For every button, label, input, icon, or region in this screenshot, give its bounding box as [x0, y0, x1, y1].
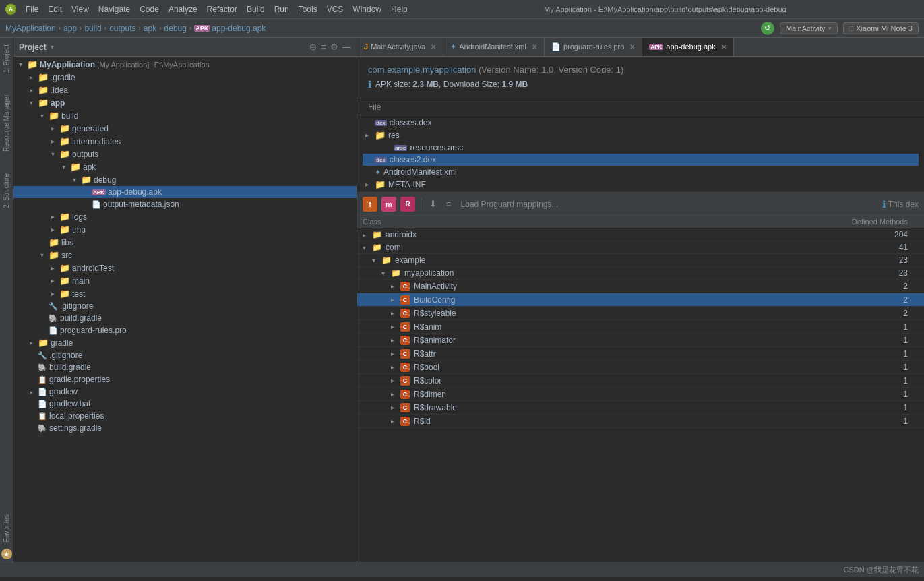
folder-icon-gradle2: 📁: [38, 338, 49, 348]
tree-item-libs[interactable]: 📁 libs: [13, 236, 357, 249]
tree-item-buildgradle-app[interactable]: 🐘 build.gradle: [13, 312, 357, 324]
tree-item-logs[interactable]: ▸ 📁 logs: [13, 210, 357, 223]
breadcrumb-debug[interactable]: debug: [164, 24, 187, 33]
breadcrumb-outputs[interactable]: outputs: [109, 24, 135, 33]
menu-help[interactable]: Help: [387, 3, 412, 16]
tree-item-myapplication[interactable]: ▾ 📁 MyApplication [My Application] E:\My…: [13, 58, 357, 71]
tab-manifest[interactable]: ✦ AndroidManifest.xml ✕: [443, 38, 545, 56]
toolbar-btn-export[interactable]: ⬇: [427, 197, 439, 210]
tree-item-outputs[interactable]: ▾ 📁 outputs: [13, 148, 357, 160]
menu-window[interactable]: Window: [348, 3, 386, 16]
class-row-rbool[interactable]: ▸ C R$bool 1: [357, 361, 924, 374]
menu-refactor[interactable]: Refactor: [203, 3, 241, 16]
class-row-rdrawable[interactable]: ▸ C R$drawable 1: [357, 401, 924, 415]
tree-item-gitignore-app[interactable]: 🔧 .gitignore: [13, 300, 357, 312]
project-panel-arrow[interactable]: ▾: [51, 43, 54, 51]
breadcrumb-app[interactable]: app: [63, 24, 77, 33]
panel-icon-minimize[interactable]: —: [342, 42, 351, 52]
tree-item-gradle-hidden[interactable]: ▸ 📁 .gradle: [13, 71, 357, 84]
toolbar-btn-r[interactable]: R: [400, 197, 415, 212]
class-row-ranimator[interactable]: ▸ C R$animator 1: [357, 334, 924, 347]
menu-code[interactable]: Code: [135, 3, 163, 16]
tab-mainactivity[interactable]: J MainActivity.java ✕: [357, 38, 443, 56]
run-config-mainactivity[interactable]: MainActivity ▾: [780, 22, 838, 34]
load-proguard-btn[interactable]: Load Proguard mappings...: [461, 200, 559, 209]
sidebar-tab-structure[interactable]: 2: Structure: [1, 169, 12, 212]
menu-edit[interactable]: Edit: [44, 3, 66, 16]
menu-vcs[interactable]: VCS: [323, 3, 348, 16]
tree-item-gradlew-bat[interactable]: 📄 gradlew.bat: [13, 398, 357, 410]
tree-item-apk-file[interactable]: APK app-debug.apk: [13, 186, 357, 198]
menu-tools[interactable]: Tools: [295, 3, 321, 16]
favorites-star[interactable]: ★: [1, 549, 12, 559]
left-sidebar-tabs: 1: Project Resource Manager 2: Structure…: [0, 38, 13, 562]
apk-file-classes-dex[interactable]: dex classes.dex: [363, 117, 919, 129]
tree-item-local-properties[interactable]: 📋 local.properties: [13, 410, 357, 422]
tree-item-gradle-properties[interactable]: 📋 gradle.properties: [13, 373, 357, 386]
panel-icon-settings[interactable]: ⚙: [330, 42, 338, 52]
tree-item-buildgradle-root[interactable]: 🐘 build.gradle: [13, 361, 357, 373]
tab-close-mainactivity[interactable]: ✕: [431, 43, 436, 51]
class-row-mainactivity[interactable]: ▸ C MainActivity 2: [357, 280, 924, 293]
breadcrumb-apk[interactable]: apk: [144, 24, 156, 33]
class-row-rstyleable[interactable]: ▸ C R$styleable 2: [357, 307, 924, 320]
class-row-rcolor[interactable]: ▸ C R$color 1: [357, 374, 924, 388]
tree-item-debug-folder[interactable]: ▾ 📁 debug: [13, 173, 357, 186]
class-row-rdimen[interactable]: ▸ C R$dimen 1: [357, 388, 924, 401]
toolbar-btn-compare[interactable]: ≡: [443, 197, 454, 210]
menu-view[interactable]: View: [67, 3, 93, 16]
tab-apk[interactable]: APK app-debug.apk ✕: [642, 38, 733, 56]
run-config-device[interactable]: □ Xiaomi Mi Note 3: [843, 22, 919, 34]
tree-item-idea[interactable]: ▸ 📁 .idea: [13, 84, 357, 96]
tree-item-generated[interactable]: ▸ 📁 generated: [13, 122, 357, 135]
tree-item-gradlew[interactable]: ▸ 📄 gradlew: [13, 386, 357, 398]
apk-file-res[interactable]: ▸ 📁 res: [363, 129, 919, 142]
tab-close-proguard[interactable]: ✕: [629, 43, 635, 51]
apk-file-classes2-dex[interactable]: dex classes2.dex: [363, 154, 919, 166]
sidebar-tab-project[interactable]: 1: Project: [1, 40, 12, 77]
menu-build[interactable]: Build: [243, 3, 269, 16]
class-row-myapplication[interactable]: ▾ 📁 myapplication 23: [357, 267, 924, 280]
apk-file-androidmanifest[interactable]: ✦ AndroidManifest.xml: [363, 166, 919, 178]
breadcrumb-myapplication[interactable]: MyApplication: [5, 24, 56, 33]
tree-item-gitignore-root[interactable]: 🔧 .gitignore: [13, 349, 357, 361]
tree-item-androidtest[interactable]: ▸ 📁 androidTest: [13, 262, 357, 274]
menu-file[interactable]: File: [22, 3, 42, 16]
tree-item-src[interactable]: ▾ 📁 src: [13, 249, 357, 262]
tab-proguard[interactable]: 📄 proguard-rules.pro ✕: [545, 38, 643, 56]
tree-item-main[interactable]: ▸ 📁 main: [13, 274, 357, 287]
tree-item-settings-gradle[interactable]: 🐘 settings.gradle: [13, 422, 357, 434]
class-row-example[interactable]: ▾ 📁 example 23: [357, 254, 924, 267]
menu-analyze[interactable]: Analyze: [164, 3, 202, 16]
class-row-androidx[interactable]: ▸ 📁 androidx 204: [357, 228, 924, 241]
tree-item-proguard[interactable]: 📄 proguard-rules.pro: [13, 324, 357, 336]
tree-item-test[interactable]: ▸ 📁 test: [13, 287, 357, 300]
breadcrumb-build[interactable]: build: [84, 24, 101, 33]
class-row-com[interactable]: ▾ 📁 com 41: [357, 241, 924, 254]
menu-run[interactable]: Run: [270, 3, 293, 16]
tree-item-apk-folder[interactable]: ▾ 📁 apk: [13, 160, 357, 173]
sync-icon[interactable]: ↺: [761, 22, 774, 35]
class-row-buildconfig[interactable]: ▸ C BuildConfig 2: [357, 293, 924, 307]
class-row-rattr[interactable]: ▸ C R$attr 1: [357, 347, 924, 361]
tree-item-metadata[interactable]: 📄 output-metadata.json: [13, 198, 357, 210]
toolbar-btn-m[interactable]: m: [381, 197, 396, 212]
apk-file-resources-arsc[interactable]: arsc resources.arsc: [363, 142, 919, 154]
tree-item-tmp[interactable]: ▸ 📁 tmp: [13, 223, 357, 236]
menu-navigate[interactable]: Navigate: [94, 3, 134, 16]
tab-close-manifest[interactable]: ✕: [532, 43, 537, 51]
tab-close-apk[interactable]: ✕: [721, 43, 727, 51]
sidebar-tab-favorites[interactable]: Favorites: [1, 510, 12, 546]
sidebar-tab-resource[interactable]: Resource Manager: [1, 90, 12, 156]
class-row-ranim[interactable]: ▸ C R$anim 1: [357, 320, 924, 334]
panel-icon-sync[interactable]: ⊕: [309, 42, 317, 52]
apk-file-meta-inf[interactable]: ▸ 📁 META-INF: [363, 178, 919, 191]
panel-icon-collapse[interactable]: ≡: [321, 42, 326, 52]
breadcrumb-apkfile[interactable]: app-debug.apk: [212, 24, 266, 33]
tree-item-gradle-folder[interactable]: ▸ 📁 gradle: [13, 336, 357, 349]
tree-item-intermediates[interactable]: ▸ 📁 intermediates: [13, 135, 357, 148]
toolbar-btn-f[interactable]: f: [363, 197, 377, 212]
tree-item-app[interactable]: ▾ 📁 app: [13, 96, 357, 109]
class-row-rid[interactable]: ▸ C R$id 1: [357, 415, 924, 428]
tree-item-build[interactable]: ▾ 📁 build: [13, 109, 357, 122]
